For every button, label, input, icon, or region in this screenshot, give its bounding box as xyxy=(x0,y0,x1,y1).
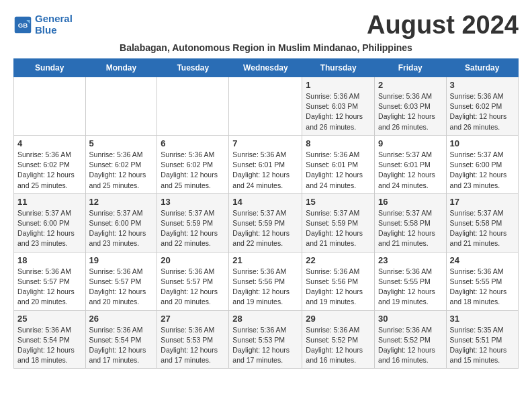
calendar-week-row: 11Sunrise: 5:37 AM Sunset: 6:00 PM Dayli… xyxy=(14,193,519,252)
day-number: 27 xyxy=(161,314,225,324)
calendar-cell xyxy=(14,77,86,136)
day-number: 11 xyxy=(17,197,82,207)
header: GB General Blue August 2024 xyxy=(13,11,519,40)
calendar-cell: 7Sunrise: 5:36 AM Sunset: 6:01 PM Daylig… xyxy=(229,135,302,193)
day-number: 28 xyxy=(232,314,298,324)
day-number: 15 xyxy=(306,197,371,207)
column-header-wednesday: Wednesday xyxy=(229,59,302,77)
calendar-cell: 30Sunrise: 5:36 AM Sunset: 5:52 PM Dayli… xyxy=(375,310,447,369)
calendar-cell: 23Sunrise: 5:36 AM Sunset: 5:55 PM Dayli… xyxy=(375,252,447,310)
calendar-cell: 4Sunrise: 5:36 AM Sunset: 6:02 PM Daylig… xyxy=(14,135,86,193)
column-header-friday: Friday xyxy=(375,59,447,77)
day-number: 31 xyxy=(450,314,515,324)
calendar-cell: 31Sunrise: 5:35 AM Sunset: 5:51 PM Dayli… xyxy=(446,310,518,369)
day-info: Sunrise: 5:36 AM Sunset: 5:53 PM Dayligh… xyxy=(161,325,225,366)
day-number: 18 xyxy=(17,255,82,265)
column-header-sunday: Sunday xyxy=(14,59,86,77)
calendar-cell: 5Sunrise: 5:36 AM Sunset: 6:02 PM Daylig… xyxy=(85,135,157,193)
day-number: 10 xyxy=(450,138,515,148)
day-info: Sunrise: 5:37 AM Sunset: 6:00 PM Dayligh… xyxy=(450,150,515,191)
calendar-cell: 18Sunrise: 5:36 AM Sunset: 5:57 PM Dayli… xyxy=(14,252,86,310)
logo-text: General Blue xyxy=(35,13,73,36)
calendar-cell: 3Sunrise: 5:36 AM Sunset: 6:02 PM Daylig… xyxy=(446,77,518,136)
column-header-saturday: Saturday xyxy=(446,59,518,77)
day-info: Sunrise: 5:35 AM Sunset: 5:51 PM Dayligh… xyxy=(450,325,515,366)
calendar-cell: 22Sunrise: 5:36 AM Sunset: 5:56 PM Dayli… xyxy=(302,252,375,310)
day-info: Sunrise: 5:36 AM Sunset: 5:56 PM Dayligh… xyxy=(306,267,371,308)
day-number: 30 xyxy=(378,314,443,324)
day-info: Sunrise: 5:37 AM Sunset: 5:59 PM Dayligh… xyxy=(232,208,298,249)
day-number: 1 xyxy=(306,80,371,90)
day-number: 26 xyxy=(89,314,154,324)
day-info: Sunrise: 5:36 AM Sunset: 5:52 PM Dayligh… xyxy=(306,325,371,366)
logo-line2: Blue xyxy=(35,24,57,36)
day-info: Sunrise: 5:36 AM Sunset: 5:57 PM Dayligh… xyxy=(17,267,82,308)
day-info: Sunrise: 5:37 AM Sunset: 6:01 PM Dayligh… xyxy=(378,150,443,191)
day-info: Sunrise: 5:36 AM Sunset: 6:01 PM Dayligh… xyxy=(232,150,298,191)
day-number: 22 xyxy=(306,255,371,265)
calendar-cell: 27Sunrise: 5:36 AM Sunset: 5:53 PM Dayli… xyxy=(157,310,229,369)
column-header-monday: Monday xyxy=(85,59,157,77)
calendar-cell: 11Sunrise: 5:37 AM Sunset: 6:00 PM Dayli… xyxy=(14,193,86,252)
day-info: Sunrise: 5:36 AM Sunset: 5:57 PM Dayligh… xyxy=(161,267,225,308)
day-number: 16 xyxy=(378,197,443,207)
day-info: Sunrise: 5:36 AM Sunset: 5:54 PM Dayligh… xyxy=(17,325,82,366)
day-number: 13 xyxy=(161,197,225,207)
calendar-cell: 13Sunrise: 5:37 AM Sunset: 5:59 PM Dayli… xyxy=(157,193,229,252)
day-info: Sunrise: 5:36 AM Sunset: 6:01 PM Dayligh… xyxy=(306,150,371,191)
day-info: Sunrise: 5:36 AM Sunset: 6:02 PM Dayligh… xyxy=(89,150,154,191)
calendar-cell: 29Sunrise: 5:36 AM Sunset: 5:52 PM Dayli… xyxy=(302,310,375,369)
day-info: Sunrise: 5:37 AM Sunset: 6:00 PM Dayligh… xyxy=(89,208,154,249)
calendar-cell: 26Sunrise: 5:36 AM Sunset: 5:54 PM Dayli… xyxy=(85,310,157,369)
day-number: 29 xyxy=(306,314,371,324)
calendar-cell: 8Sunrise: 5:36 AM Sunset: 6:01 PM Daylig… xyxy=(302,135,375,193)
day-number: 23 xyxy=(378,255,443,265)
day-info: Sunrise: 5:36 AM Sunset: 5:54 PM Dayligh… xyxy=(89,325,154,366)
day-number: 19 xyxy=(89,255,154,265)
calendar-cell: 14Sunrise: 5:37 AM Sunset: 5:59 PM Dayli… xyxy=(229,193,302,252)
day-info: Sunrise: 5:36 AM Sunset: 5:55 PM Dayligh… xyxy=(378,267,443,308)
calendar-cell: 28Sunrise: 5:36 AM Sunset: 5:53 PM Dayli… xyxy=(229,310,302,369)
day-number: 8 xyxy=(306,138,371,148)
calendar-cell: 2Sunrise: 5:36 AM Sunset: 6:03 PM Daylig… xyxy=(375,77,447,136)
logo: GB General Blue xyxy=(13,13,73,36)
day-info: Sunrise: 5:36 AM Sunset: 6:02 PM Dayligh… xyxy=(450,91,515,132)
day-number: 17 xyxy=(450,197,515,207)
calendar-cell: 1Sunrise: 5:36 AM Sunset: 6:03 PM Daylig… xyxy=(302,77,375,136)
day-number: 9 xyxy=(378,138,443,148)
page-subtitle: Balabagan, Autonomous Region in Muslim M… xyxy=(13,42,519,53)
logo-line1: General xyxy=(35,13,73,24)
day-info: Sunrise: 5:37 AM Sunset: 5:58 PM Dayligh… xyxy=(450,208,515,249)
day-info: Sunrise: 5:36 AM Sunset: 5:52 PM Dayligh… xyxy=(378,325,443,366)
day-info: Sunrise: 5:36 AM Sunset: 5:57 PM Dayligh… xyxy=(89,267,154,308)
calendar-cell: 25Sunrise: 5:36 AM Sunset: 5:54 PM Dayli… xyxy=(14,310,86,369)
calendar-table: SundayMondayTuesdayWednesdayThursdayFrid… xyxy=(13,58,519,369)
day-info: Sunrise: 5:36 AM Sunset: 6:03 PM Dayligh… xyxy=(306,91,371,132)
calendar-cell: 21Sunrise: 5:36 AM Sunset: 5:56 PM Dayli… xyxy=(229,252,302,310)
calendar-week-row: 4Sunrise: 5:36 AM Sunset: 6:02 PM Daylig… xyxy=(14,135,519,193)
logo-icon: GB xyxy=(13,15,32,34)
day-number: 4 xyxy=(17,138,82,148)
calendar-cell: 17Sunrise: 5:37 AM Sunset: 5:58 PM Dayli… xyxy=(446,193,518,252)
day-info: Sunrise: 5:36 AM Sunset: 6:02 PM Dayligh… xyxy=(161,150,225,191)
calendar-week-row: 25Sunrise: 5:36 AM Sunset: 5:54 PM Dayli… xyxy=(14,310,519,369)
calendar-cell: 19Sunrise: 5:36 AM Sunset: 5:57 PM Dayli… xyxy=(85,252,157,310)
day-info: Sunrise: 5:36 AM Sunset: 5:53 PM Dayligh… xyxy=(232,325,298,366)
day-number: 2 xyxy=(378,80,443,90)
calendar-cell: 12Sunrise: 5:37 AM Sunset: 6:00 PM Dayli… xyxy=(85,193,157,252)
calendar-week-row: 18Sunrise: 5:36 AM Sunset: 5:57 PM Dayli… xyxy=(14,252,519,310)
day-number: 21 xyxy=(232,255,298,265)
calendar-cell xyxy=(229,77,302,136)
day-number: 7 xyxy=(232,138,298,148)
calendar-week-row: 1Sunrise: 5:36 AM Sunset: 6:03 PM Daylig… xyxy=(14,77,519,136)
day-number: 24 xyxy=(450,255,515,265)
day-info: Sunrise: 5:36 AM Sunset: 6:03 PM Dayligh… xyxy=(378,91,443,132)
day-info: Sunrise: 5:37 AM Sunset: 5:59 PM Dayligh… xyxy=(306,208,371,249)
day-number: 6 xyxy=(161,138,225,148)
calendar-cell: 6Sunrise: 5:36 AM Sunset: 6:02 PM Daylig… xyxy=(157,135,229,193)
column-header-thursday: Thursday xyxy=(302,59,375,77)
day-info: Sunrise: 5:36 AM Sunset: 5:55 PM Dayligh… xyxy=(450,267,515,308)
day-number: 3 xyxy=(450,80,515,90)
calendar-cell xyxy=(85,77,157,136)
calendar-cell: 15Sunrise: 5:37 AM Sunset: 5:59 PM Dayli… xyxy=(302,193,375,252)
